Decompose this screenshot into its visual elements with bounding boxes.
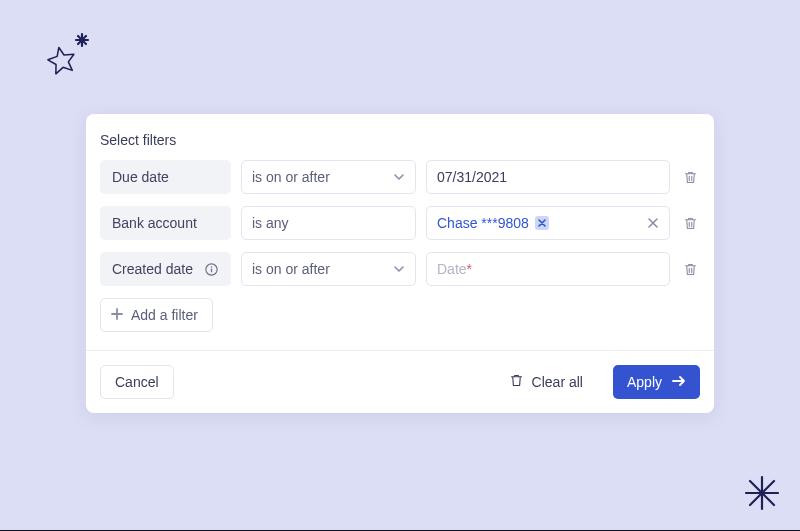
- operator-label: is on or after: [252, 169, 330, 185]
- operator-select[interactable]: is any: [241, 206, 416, 240]
- chevron-down-icon: [393, 171, 405, 183]
- clear-all-label: Clear all: [532, 374, 583, 390]
- filter-field-due-date[interactable]: Due date: [100, 160, 231, 194]
- add-filter-label: Add a filter: [131, 307, 198, 323]
- close-icon: [647, 217, 659, 229]
- remove-filter-button[interactable]: [680, 167, 700, 187]
- plus-icon: [111, 307, 123, 323]
- divider: [86, 350, 714, 351]
- trash-icon: [683, 216, 698, 231]
- tag-remove-button[interactable]: [535, 216, 549, 230]
- field-label: Created date: [112, 261, 193, 277]
- filter-row: Due date is on or after: [100, 160, 700, 194]
- dialog-title: Select filters: [100, 132, 700, 148]
- cancel-label: Cancel: [115, 374, 159, 390]
- field-label: Due date: [112, 169, 169, 185]
- apply-button[interactable]: Apply: [613, 365, 700, 399]
- filter-value-date[interactable]: Date*: [426, 252, 670, 286]
- selected-tag: Chase ***9808: [437, 215, 549, 231]
- filter-field-bank-account[interactable]: Bank account: [100, 206, 231, 240]
- filter-value-date[interactable]: [426, 160, 670, 194]
- chevron-down-icon: [393, 263, 405, 275]
- field-label: Bank account: [112, 215, 197, 231]
- clear-all-button[interactable]: Clear all: [495, 365, 597, 399]
- trash-icon: [509, 373, 524, 391]
- cancel-button[interactable]: Cancel: [100, 365, 174, 399]
- date-input[interactable]: [437, 169, 659, 185]
- filter-value-tags[interactable]: Chase ***9808: [426, 206, 670, 240]
- operator-select[interactable]: is on or after: [241, 160, 416, 194]
- filter-field-created-date[interactable]: Created date: [100, 252, 231, 286]
- arrow-right-icon: [672, 374, 686, 390]
- placeholder-text: Date: [437, 261, 467, 277]
- filter-row: Created date is on or after Date*: [100, 252, 700, 286]
- trash-icon: [683, 262, 698, 277]
- required-mark: *: [467, 261, 472, 277]
- remove-filter-button[interactable]: [680, 213, 700, 233]
- dialog-footer: Cancel Clear all Apply: [100, 365, 700, 399]
- info-icon[interactable]: [204, 262, 219, 277]
- svg-point-1: [211, 266, 213, 268]
- operator-select[interactable]: is on or after: [241, 252, 416, 286]
- apply-label: Apply: [627, 374, 662, 390]
- star-decoration-top-left: [36, 28, 96, 88]
- operator-label: is on or after: [252, 261, 330, 277]
- filter-row: Bank account is any Chase ***9808: [100, 206, 700, 240]
- add-filter-button[interactable]: Add a filter: [100, 298, 213, 332]
- operator-label: is any: [252, 215, 289, 231]
- svg-rect-2: [211, 268, 212, 272]
- close-icon: [538, 219, 546, 227]
- tag-label: Chase ***9808: [437, 215, 529, 231]
- filter-dialog: Select filters Due date is on or after B…: [86, 114, 714, 413]
- clear-value-button[interactable]: [641, 217, 659, 229]
- trash-icon: [683, 170, 698, 185]
- star-decoration-bottom-right: [742, 473, 782, 513]
- remove-filter-button[interactable]: [680, 259, 700, 279]
